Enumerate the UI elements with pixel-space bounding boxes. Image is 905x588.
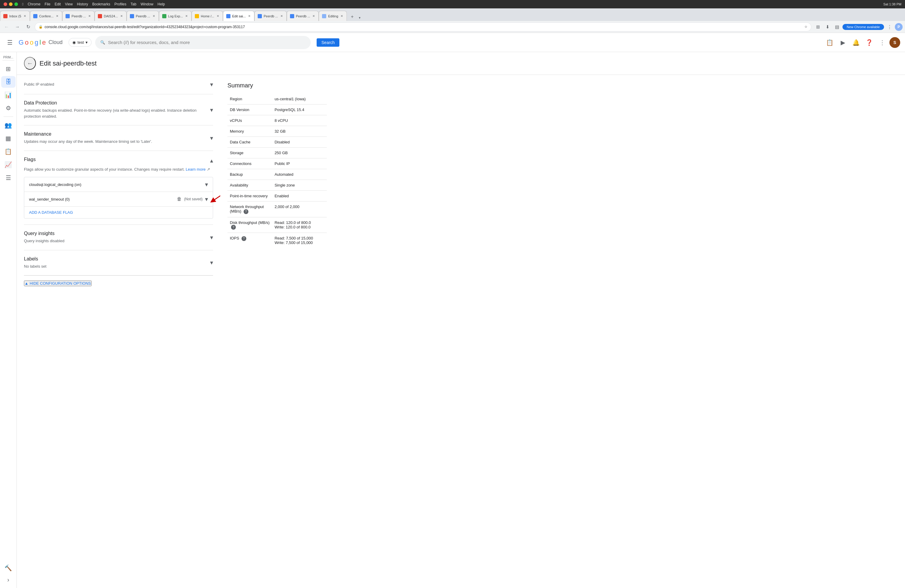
hamburger-menu[interactable]: ☰ — [5, 37, 15, 49]
add-database-flag-button[interactable]: ADD A DATABASE FLAG — [24, 207, 213, 218]
close-dot[interactable] — [3, 2, 7, 6]
disk-help-icon[interactable]: ? — [231, 225, 236, 230]
edit-menu[interactable]: Edit — [54, 2, 61, 6]
notifications-icon[interactable]: 📋 — [824, 37, 835, 49]
tab-logexp[interactable]: Log Exp... ✕ — [159, 11, 192, 21]
apple-menu[interactable]:  — [22, 2, 23, 6]
sidebar-item-list[interactable]: ☰ — [1, 172, 16, 184]
sidebar-item-build[interactable]: 🔨 — [1, 562, 16, 574]
tab-close-dais24[interactable]: ✕ — [120, 14, 123, 18]
sidebar-item-grid[interactable]: ▦ — [1, 132, 16, 144]
flag-row-wal-sender[interactable]: wal_sender_timeout (0) 🗑 (Not saved) ▾ — [24, 192, 213, 207]
tab-close-gmail[interactable]: ✕ — [23, 14, 27, 18]
summary-label-connections: Connections — [227, 158, 272, 169]
tab-close-peerdb1[interactable]: ✕ — [88, 14, 91, 18]
tab-favicon-peerdb2 — [130, 14, 134, 18]
extensions-button[interactable]: ⊞ — [814, 23, 822, 31]
flag-expand-logical-decoding[interactable]: ▾ — [205, 181, 208, 188]
settings-icon[interactable]: ⋮ — [876, 37, 888, 49]
sidebar-item-people[interactable]: 👥 — [1, 119, 16, 131]
search-bar[interactable]: 🔍 — [95, 36, 311, 49]
flag-actions-wal-sender: 🗑 (Not saved) ▾ — [177, 195, 208, 203]
new-tab-button[interactable]: + — [348, 13, 356, 21]
flag-delete-wal-sender-icon[interactable]: 🗑 — [177, 196, 182, 202]
tab-confere[interactable]: Confere... ✕ — [30, 11, 62, 21]
sidebar-item-reports[interactable]: 📈 — [1, 159, 16, 171]
url-bar[interactable]: 🔒 console.cloud.google.com/sql/instances… — [35, 22, 811, 32]
query-insights-toggle-icon[interactable]: ▾ — [210, 234, 213, 241]
sidebar-toggle-button[interactable]: ▤ — [833, 23, 841, 31]
iops-help-icon[interactable]: ? — [241, 236, 246, 241]
chrome-menu-button[interactable]: ⋮ — [885, 23, 894, 31]
tab-overflow-button[interactable]: ▾ — [358, 15, 362, 21]
summary-label-network: Network throughput (MB/s) ? — [227, 202, 272, 217]
new-chrome-button[interactable]: New Chrome available — [843, 24, 884, 30]
query-insights-header[interactable]: Query insights Query insights disabled ▾ — [24, 231, 213, 244]
back-nav-button[interactable]: ← — [2, 23, 11, 31]
hide-config-button[interactable]: ▲ HIDE CONFIGURATION OPTIONS — [24, 281, 92, 286]
help-menu[interactable]: Help — [157, 2, 165, 6]
maintenance-toggle-icon[interactable]: ▾ — [210, 134, 213, 141]
notification-bell-icon[interactable]: 🔔 — [850, 37, 862, 49]
data-protection-toggle-icon[interactable]: ▾ — [210, 106, 213, 113]
labels-toggle-icon[interactable]: ▾ — [210, 259, 213, 266]
bookmarks-menu[interactable]: Bookmarks — [92, 2, 110, 6]
profiles-menu[interactable]: Profiles — [114, 2, 126, 6]
tab-peerdb3[interactable]: Peerdb ... ✕ — [254, 11, 287, 21]
tab-close-confere[interactable]: ✕ — [56, 14, 59, 18]
help-icon[interactable]: ❓ — [863, 37, 875, 49]
forward-nav-button[interactable]: → — [13, 23, 22, 31]
tab-close-peerdb2[interactable]: ✕ — [152, 14, 156, 18]
chrome-menu[interactable]: Chrome — [27, 2, 40, 6]
tab-close-peerdb3[interactable]: ✕ — [280, 14, 283, 18]
tab-gmail[interactable]: Inbox (5 ✕ — [0, 11, 30, 21]
flags-header[interactable]: Flags ▴ — [24, 157, 213, 164]
public-ip-toggle-icon[interactable]: ▾ — [210, 81, 213, 88]
cloudshell-icon[interactable]: ▶ — [837, 37, 849, 49]
flags-toggle-icon[interactable]: ▴ — [210, 157, 213, 164]
file-menu[interactable]: File — [44, 2, 50, 6]
tab-editing[interactable]: Editing ✕ — [319, 11, 347, 21]
sidebar-item-pipelines[interactable]: ⚙ — [1, 102, 16, 114]
tab-close-editing[interactable]: ✕ — [340, 14, 344, 18]
sidebar-item-monitoring[interactable]: 📊 — [1, 89, 16, 101]
flag-expand-wal-sender[interactable]: ▾ — [205, 195, 208, 203]
back-button[interactable]: ← — [24, 57, 36, 70]
search-button[interactable]: Search — [317, 38, 340, 47]
tab-peerdb4[interactable]: Peerdb ... ✕ — [287, 11, 319, 21]
user-avatar[interactable]: S — [889, 37, 900, 48]
tab-dais24[interactable]: DAIS24... ✕ — [95, 11, 127, 21]
labels-header[interactable]: Labels No labels set ▾ — [24, 256, 213, 269]
tab-close-home[interactable]: ✕ — [216, 14, 220, 18]
history-menu[interactable]: History — [77, 2, 88, 6]
window-menu[interactable]: Window — [141, 2, 154, 6]
tab-home[interactable]: Home /... ✕ — [192, 11, 223, 21]
tab-editsai[interactable]: Edit sai... ✕ — [223, 11, 254, 21]
tab-menu[interactable]: Tab — [130, 2, 136, 6]
sidebar-item-table[interactable]: 📋 — [1, 146, 16, 157]
reload-button[interactable]: ↻ — [24, 23, 32, 31]
bookmark-icon[interactable]: ☆ — [805, 25, 807, 29]
minimize-dot[interactable] — [9, 2, 13, 6]
profile-avatar[interactable]: P — [895, 23, 903, 31]
tab-peerdb2[interactable]: Peerdb ... ✕ — [127, 11, 159, 21]
network-help-icon[interactable]: ? — [244, 209, 248, 214]
tab-close-editsai[interactable]: ✕ — [248, 14, 251, 18]
sidebar-item-database[interactable]: 🗄 — [1, 76, 16, 88]
maximize-dot[interactable] — [14, 2, 18, 6]
data-protection-header[interactable]: Data Protection Automatic backups enable… — [24, 100, 213, 119]
sidebar-item-collapse[interactable]: › — [1, 574, 16, 586]
view-menu[interactable]: View — [65, 2, 73, 6]
search-input[interactable] — [108, 40, 306, 45]
flag-row-logical-decoding[interactable]: cloudsql.logical_decoding (on) ▾ — [24, 177, 213, 192]
public-ip-header[interactable]: Public IP enabled ▾ — [24, 81, 213, 88]
maintenance-header[interactable]: Maintenance Updates may occur any day of… — [24, 132, 213, 145]
data-protection-content: Data Protection Automatic backups enable… — [24, 100, 210, 119]
flags-learn-more-link[interactable]: Learn more — [186, 167, 206, 172]
download-button[interactable]: ⬇ — [823, 23, 832, 31]
sidebar-item-overview[interactable]: ⊞ — [1, 63, 16, 75]
tab-close-peerdb4[interactable]: ✕ — [312, 14, 316, 18]
tab-peerdb1[interactable]: Peerdb ... ✕ — [62, 11, 95, 21]
tab-close-logexp[interactable]: ✕ — [185, 14, 188, 18]
project-selector[interactable]: ◉ test ▾ — [68, 38, 92, 47]
